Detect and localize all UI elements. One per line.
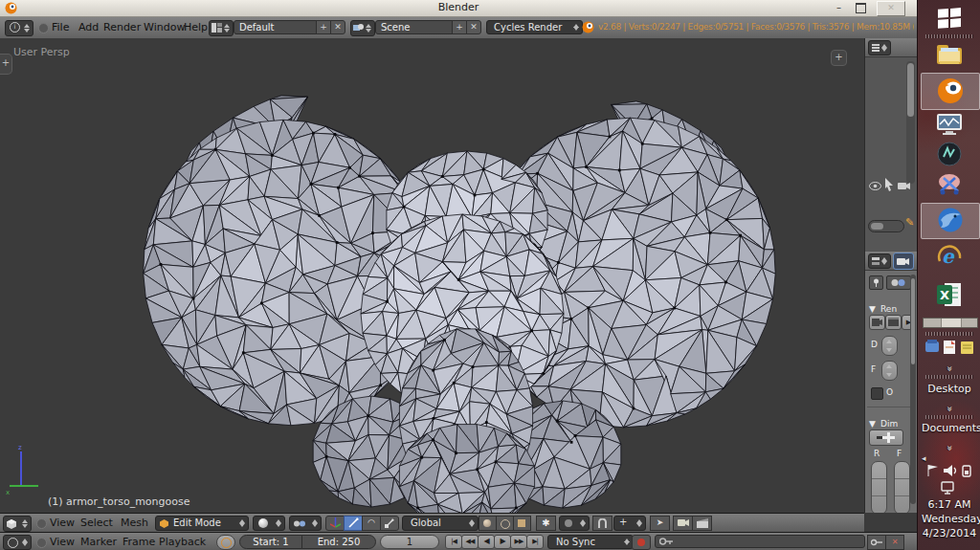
render-panel-header[interactable]: ▼ Ren bbox=[869, 297, 897, 316]
use-preview-range-button[interactable] bbox=[216, 535, 235, 550]
screen-layout-name-field[interactable]: Default bbox=[234, 20, 317, 34]
dimensions-panel-header[interactable]: ▼ Dim bbox=[869, 412, 898, 430]
menu-tl-playback[interactable]: Playback bbox=[159, 536, 206, 548]
outliner-scrollbar[interactable] bbox=[906, 61, 915, 184]
mini-scrollbar-thumb[interactable] bbox=[941, 319, 962, 327]
menu-render[interactable]: Render bbox=[103, 21, 141, 33]
next-keyframe-button[interactable]: ▶▶ bbox=[510, 535, 527, 549]
editor-type-button-outliner[interactable] bbox=[868, 40, 891, 55]
menu-tl-marker[interactable]: Marker bbox=[80, 536, 117, 548]
render-engine-dropdown[interactable]: Cycles Render bbox=[486, 20, 583, 34]
menu-view[interactable]: View bbox=[50, 517, 75, 529]
timeline-collapse-button[interactable] bbox=[36, 538, 47, 548]
desktop-toolbar-expand[interactable]: » bbox=[922, 398, 977, 416]
tray-expand-button[interactable]: ◂ bbox=[922, 453, 926, 463]
menu-add[interactable]: Add bbox=[78, 21, 99, 33]
3dview-header-collapse-button[interactable] bbox=[36, 518, 47, 529]
overwrite-checkbox[interactable] bbox=[871, 387, 883, 400]
editor-type-button-timeline[interactable] bbox=[3, 535, 32, 550]
frame-start-slider[interactable]: Start: 1 bbox=[239, 535, 302, 549]
display-stepper[interactable] bbox=[881, 336, 898, 356]
properties-scrollbar[interactable] bbox=[910, 275, 916, 504]
editor-type-button-3dview[interactable] bbox=[3, 516, 32, 532]
limit-select-edge-button[interactable] bbox=[496, 516, 514, 531]
taskbar-item-winamp[interactable] bbox=[922, 142, 977, 166]
scale-manipulator-button[interactable] bbox=[380, 516, 399, 531]
documents-toolbar-label[interactable]: Documents bbox=[922, 422, 977, 434]
taskbar-item-thunderbird-active[interactable] bbox=[921, 203, 980, 239]
play-button[interactable]: ▶ bbox=[494, 535, 511, 549]
limit-select-face-button[interactable] bbox=[513, 516, 531, 531]
keying-set-field[interactable] bbox=[655, 535, 865, 548]
quicklaunch-expand[interactable]: » bbox=[922, 358, 977, 376]
menu-help[interactable]: Help bbox=[184, 21, 208, 33]
render-tab[interactable] bbox=[893, 253, 914, 270]
render-presets-button[interactable] bbox=[869, 429, 903, 446]
viewport-shading-dropdown[interactable] bbox=[253, 516, 285, 531]
taskbar-mini-scrollbar[interactable] bbox=[923, 318, 978, 328]
current-frame-field[interactable]: 1 bbox=[380, 535, 439, 549]
rotate-manipulator-button[interactable]: ◠ bbox=[362, 516, 381, 531]
render-animation-button[interactable] bbox=[885, 315, 902, 330]
menu-window[interactable]: Window bbox=[144, 21, 185, 33]
taskbar-item-media[interactable] bbox=[922, 113, 977, 136]
documents-toolbar-expand[interactable]: » bbox=[922, 437, 977, 455]
transform-orientation-dropdown[interactable]: Global bbox=[402, 516, 479, 531]
toolshelf-expand-button[interactable]: + bbox=[0, 54, 12, 75]
header-collapse-button[interactable] bbox=[38, 23, 49, 33]
desktop-toolbar-label[interactable]: Desktop bbox=[922, 383, 977, 395]
menu-file[interactable]: File bbox=[52, 21, 69, 33]
scene-name-field[interactable]: Scene bbox=[375, 20, 453, 34]
snap-target-button[interactable]: ➤ bbox=[650, 516, 670, 531]
renderable-camera-icon[interactable] bbox=[898, 181, 910, 190]
translate-manipulator-button[interactable] bbox=[344, 516, 363, 531]
menu-select[interactable]: Select bbox=[80, 517, 113, 529]
properties-region-expand-button[interactable]: + bbox=[831, 50, 847, 66]
network-tray-item[interactable] bbox=[922, 481, 977, 495]
snap-element-dropdown[interactable]: + bbox=[613, 516, 646, 531]
properties-scrollbar-thumb[interactable] bbox=[911, 278, 915, 364]
outliner-scrollbar-thumb[interactable] bbox=[907, 63, 914, 117]
prev-keyframe-button[interactable]: ◀◀ bbox=[461, 535, 479, 549]
tray-clock[interactable]: 6:17 AM Wednesday 4/23/2014 bbox=[922, 497, 977, 540]
render-opengl-still-button[interactable] bbox=[673, 516, 693, 531]
insert-keyframe-button[interactable] bbox=[867, 535, 886, 550]
menu-tl-view[interactable]: View bbox=[50, 536, 75, 548]
frame-end-slider[interactable]: End: 250 bbox=[301, 535, 376, 549]
occlude-geometry-button[interactable]: ✱ bbox=[536, 516, 556, 531]
editor-type-button-properties[interactable] bbox=[868, 253, 891, 269]
screen-layout-selector[interactable] bbox=[209, 20, 234, 36]
visibility-eye-icon[interactable] bbox=[869, 182, 881, 190]
manipulator-toggle-button[interactable] bbox=[325, 516, 345, 531]
selectable-cursor-icon[interactable] bbox=[884, 178, 894, 191]
tray-row[interactable] bbox=[924, 464, 974, 477]
jump-to-start-button[interactable]: |◀ bbox=[445, 535, 462, 549]
play-reverse-button[interactable]: ◀ bbox=[478, 535, 495, 549]
auto-keyframe-record-button[interactable] bbox=[632, 535, 651, 550]
delete-keyframe-button[interactable]: ✕ bbox=[885, 535, 904, 550]
taskbar-item-tool[interactable] bbox=[922, 172, 977, 197]
context-breadcrumb-button[interactable] bbox=[886, 275, 911, 290]
feather-stepper[interactable] bbox=[881, 361, 898, 381]
sync-dropdown[interactable]: No Sync bbox=[547, 535, 634, 549]
pin-id-button[interactable] bbox=[869, 275, 883, 290]
outliner-hscroll-thumb[interactable] bbox=[871, 223, 883, 230]
viewport-3d[interactable]: User Persp + + z x (1) armor_torso_mongo… bbox=[0, 38, 864, 513]
add-layout-button[interactable]: + bbox=[316, 20, 331, 34]
pivot-point-dropdown[interactable] bbox=[289, 516, 322, 531]
render-opengl-anim-button[interactable] bbox=[692, 516, 712, 531]
add-scene-button[interactable]: + bbox=[452, 20, 467, 34]
quicklaunch-row[interactable] bbox=[924, 339, 975, 356]
resolution-stepper-stack[interactable] bbox=[871, 461, 887, 513]
menu-tl-frame[interactable]: Frame bbox=[122, 536, 155, 548]
taskbar-item-ie[interactable]: e bbox=[922, 243, 977, 270]
minimize-button[interactable]: – bbox=[836, 2, 841, 12]
taskbar-item-blender-active[interactable] bbox=[921, 73, 980, 110]
taskbar-item-explorer[interactable] bbox=[922, 42, 977, 67]
edit-pencil-icon[interactable]: ✎ bbox=[905, 216, 914, 229]
frame-stepper-stack[interactable] bbox=[894, 461, 910, 513]
restore-button[interactable] bbox=[856, 3, 866, 13]
close-button[interactable]: ✕ bbox=[877, 1, 905, 16]
delete-layout-button[interactable]: ✕ bbox=[330, 20, 345, 34]
start-button[interactable] bbox=[922, 5, 977, 30]
